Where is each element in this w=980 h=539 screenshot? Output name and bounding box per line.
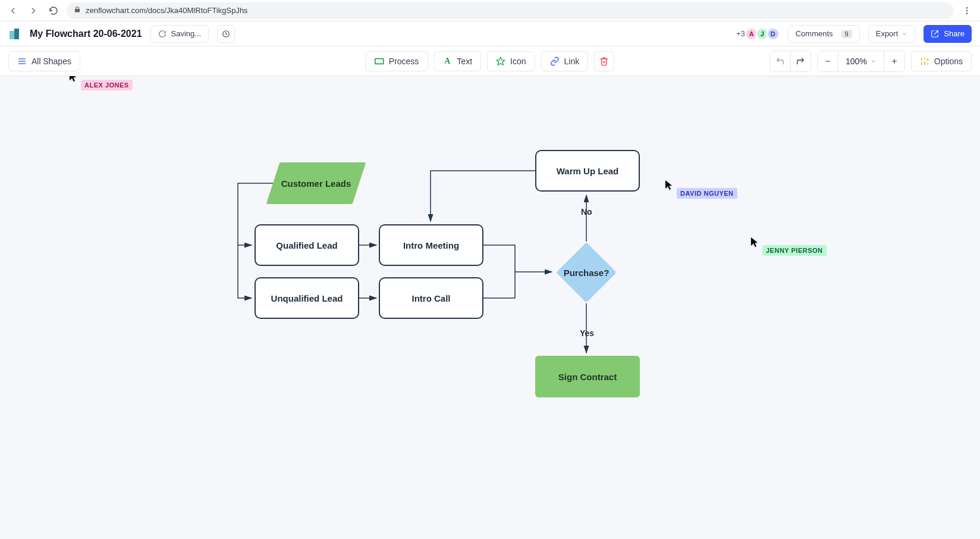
browser-chrome: zenflowchart.com/docs/Jka40MlRtoFTikgSpJ… xyxy=(0,0,980,21)
svg-point-1 xyxy=(966,10,968,11)
icon-button[interactable]: Icon xyxy=(487,51,535,71)
node-purchase[interactable]: Purchase? xyxy=(556,242,617,303)
trash-icon xyxy=(599,57,609,66)
node-label: Qualified Lead xyxy=(276,240,337,250)
zoom-group: 100% xyxy=(817,51,905,72)
icon-label: Icon xyxy=(510,57,526,66)
sliders-icon xyxy=(920,57,929,66)
options-button[interactable]: Options xyxy=(911,51,972,71)
node-label: Intro Call xyxy=(412,293,450,303)
chevron-down-icon xyxy=(902,31,907,37)
options-label: Options xyxy=(934,57,963,66)
presence-more[interactable]: +3 xyxy=(736,29,745,38)
presence-cursor-alex: ALEX JONES xyxy=(69,76,133,90)
node-label: Sign Contract xyxy=(558,372,617,382)
node-label: Unqualified Lead xyxy=(271,293,343,303)
forward-button[interactable] xyxy=(26,4,40,18)
presence-cursor-jenny: JENNY PIERSON xyxy=(750,237,827,256)
zoom-value-dropdown[interactable]: 100% xyxy=(838,51,884,71)
svg-rect-4 xyxy=(14,29,19,39)
menu-icon xyxy=(17,57,27,66)
export-label: Export xyxy=(876,29,899,38)
url-text: zenflowchart.com/docs/Jka40MlRtoFTikgSpJ… xyxy=(86,6,248,15)
svg-point-0 xyxy=(966,7,968,9)
edge-label-yes: Yes xyxy=(580,328,594,338)
all-shapes-label: All Shapes xyxy=(32,57,71,66)
node-label: Customer Leads xyxy=(273,162,359,204)
zoom-in-button[interactable] xyxy=(884,51,904,71)
link-label: Link xyxy=(564,57,580,66)
doc-title[interactable]: My Flowchart 20-06-2021 xyxy=(30,29,142,39)
app-logo xyxy=(8,27,21,40)
cursor-label: JENNY PIERSON xyxy=(762,245,827,256)
comments-label: Comments xyxy=(796,29,833,38)
browser-menu-button[interactable] xyxy=(960,6,974,15)
text-label: Text xyxy=(457,57,472,66)
svg-point-2 xyxy=(966,12,968,14)
undo-redo-group xyxy=(769,51,811,72)
node-qualified-lead[interactable]: Qualified Lead xyxy=(255,224,359,266)
edge-label-no: No xyxy=(581,207,592,217)
node-sign-contract[interactable]: Sign Contract xyxy=(535,356,640,397)
export-button[interactable]: Export xyxy=(868,25,916,43)
comments-count: 9 xyxy=(841,30,852,38)
back-button[interactable] xyxy=(6,4,20,18)
saving-label: Saving... xyxy=(171,29,202,38)
toolbar: All Shapes Process A Text Icon Link xyxy=(0,46,980,76)
zoom-out-button[interactable] xyxy=(818,51,838,71)
process-button[interactable]: Process xyxy=(366,51,428,71)
chevron-down-icon xyxy=(871,58,877,64)
share-label: Share xyxy=(944,29,965,38)
share-button[interactable]: Share xyxy=(924,25,972,43)
node-intro-meeting[interactable]: Intro Meeting xyxy=(379,224,483,266)
avatar[interactable]: D xyxy=(767,27,780,40)
comments-button[interactable]: Comments 9 xyxy=(788,25,860,43)
saving-status: Saving... xyxy=(150,25,209,43)
redo-button[interactable] xyxy=(790,51,811,71)
all-shapes-button[interactable]: All Shapes xyxy=(8,51,80,71)
node-customer-leads[interactable]: Customer Leads xyxy=(273,162,359,204)
address-bar[interactable]: zenflowchart.com/docs/Jka40MlRtoFTikgSpJ… xyxy=(67,2,954,19)
share-icon xyxy=(931,30,939,38)
process-label: Process xyxy=(389,57,419,66)
reload-button[interactable] xyxy=(46,4,61,18)
delete-button[interactable] xyxy=(594,51,614,71)
app-bar: My Flowchart 20-06-2021 Saving... +3 A J… xyxy=(0,21,980,46)
svg-marker-10 xyxy=(497,57,504,65)
node-label: Purchase? xyxy=(556,242,617,303)
star-icon xyxy=(496,57,505,66)
node-label: Warm Up Lead xyxy=(557,166,618,176)
presence-cursor-david: DAVID NGUYEN xyxy=(665,180,737,199)
cursor-label: ALEX JONES xyxy=(81,80,133,90)
text-icon: A xyxy=(442,57,452,66)
node-label: Intro Meeting xyxy=(403,240,459,250)
link-icon xyxy=(550,57,560,66)
node-unqualified-lead[interactable]: Unqualified Lead xyxy=(255,277,359,319)
zoom-value: 100% xyxy=(846,57,867,66)
history-button[interactable] xyxy=(217,25,235,43)
svg-rect-3 xyxy=(10,31,14,39)
svg-rect-9 xyxy=(375,58,384,64)
canvas[interactable]: Customer Leads Qualified Lead Unqualifie… xyxy=(0,76,980,539)
presence-avatars: +3 A J D xyxy=(736,27,780,40)
process-icon xyxy=(375,57,384,66)
link-button[interactable]: Link xyxy=(541,51,589,71)
cursor-label: DAVID NGUYEN xyxy=(677,188,737,199)
node-intro-call[interactable]: Intro Call xyxy=(379,277,483,319)
text-button[interactable]: A Text xyxy=(434,51,481,71)
node-warm-up-lead[interactable]: Warm Up Lead xyxy=(535,150,640,192)
lock-icon xyxy=(74,6,81,15)
undo-button[interactable] xyxy=(770,51,790,71)
